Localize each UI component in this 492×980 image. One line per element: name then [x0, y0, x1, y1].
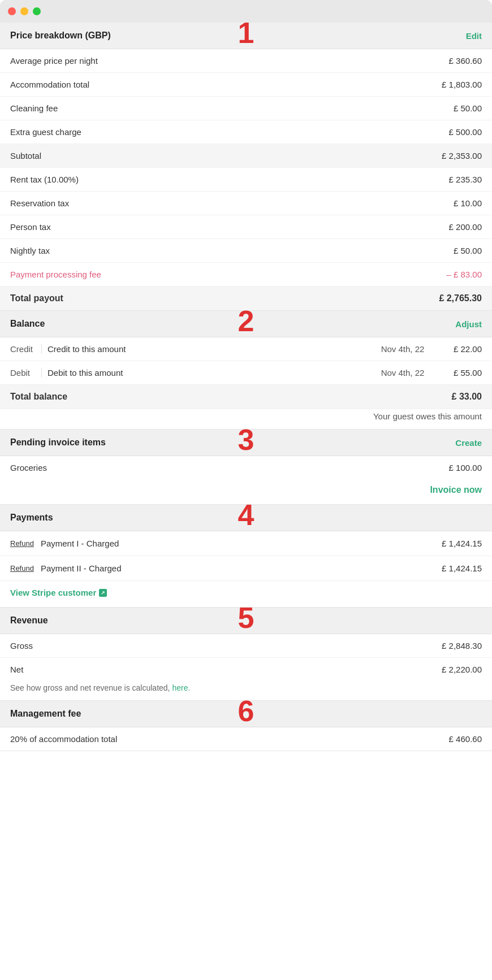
- balance-desc: Debit to this amount: [41, 368, 369, 378]
- invoice-now-row: Invoice now: [0, 479, 492, 504]
- price-breakdown-header: Price breakdown (GBP) 1 Edit: [0, 23, 492, 49]
- row-value: £ 50.00: [454, 103, 482, 113]
- revenue-row: Gross£ 2,848.30: [0, 634, 492, 658]
- payment-amount: £ 1,424.15: [442, 539, 482, 548]
- row-label: 20% of accommodation total: [10, 734, 117, 744]
- management-fee-title: Management fee: [10, 709, 81, 719]
- section-number-5: 5: [238, 603, 254, 632]
- balance-amount: £ 22.00: [437, 344, 482, 354]
- row-label: Reservation tax: [10, 198, 69, 208]
- balance-type: Debit: [10, 368, 41, 378]
- balance-amount: £ 55.00: [437, 368, 482, 378]
- row-label: Subtotal: [10, 151, 41, 161]
- row-label: Extra guest charge: [10, 127, 81, 137]
- stripe-link-row: View Stripe customer ↗: [0, 581, 492, 607]
- row-label: Gross: [10, 641, 33, 651]
- payment-row: RefundPayment I - Charged£ 1,424.15: [0, 531, 492, 556]
- payments-title: Payments: [10, 513, 53, 523]
- price-breakdown-row: Reservation tax£ 10.00: [0, 192, 492, 215]
- row-value: £ 2,353.00: [442, 151, 482, 161]
- titlebar: [0, 0, 492, 23]
- management-fee-section: Management fee 6 20% of accommodation to…: [0, 701, 492, 751]
- total-balance-row: Total balance £ 33.00: [0, 385, 492, 409]
- refund-button[interactable]: Refund: [10, 539, 34, 548]
- row-value: £ 2,220.00: [442, 665, 482, 674]
- pending-invoice-section: Pending invoice items 3 Create Groceries…: [0, 430, 492, 505]
- row-label: Nightly tax: [10, 246, 50, 255]
- price-breakdown-row: Average price per night£ 360.60: [0, 49, 492, 73]
- pending-invoice-rows: Groceries£ 100.00: [0, 456, 492, 479]
- guest-owes-text: Your guest owes this amount: [0, 409, 492, 429]
- create-button[interactable]: Create: [455, 438, 482, 448]
- revenue-note: See how gross and net revenue is calcula…: [0, 681, 492, 700]
- price-breakdown-row: Person tax£ 200.00: [0, 215, 492, 239]
- price-breakdown-title: Price breakdown (GBP): [10, 31, 111, 41]
- payments-section: Payments 4 RefundPayment I - Charged£ 1,…: [0, 505, 492, 608]
- balance-title: Balance: [10, 319, 45, 329]
- edit-button[interactable]: Edit: [466, 31, 482, 41]
- payments-header: Payments 4: [0, 505, 492, 531]
- row-value: £ 200.00: [449, 222, 482, 232]
- refund-button[interactable]: Refund: [10, 564, 34, 573]
- maximize-button[interactable]: [33, 7, 41, 15]
- row-value: – £ 83.00: [446, 270, 482, 279]
- payments-rows: RefundPayment I - Charged£ 1,424.15Refun…: [0, 531, 492, 581]
- balance-rows: CreditCredit to this amountNov 4th, 22£ …: [0, 337, 492, 385]
- minimize-button[interactable]: [20, 7, 28, 15]
- revenue-note-link[interactable]: here.: [172, 683, 190, 692]
- balance-date: Nov 4th, 22: [369, 344, 437, 354]
- price-breakdown-rows: Average price per night£ 360.60Accommoda…: [0, 49, 492, 310]
- stripe-link[interactable]: View Stripe customer ↗: [10, 588, 107, 597]
- adjust-button[interactable]: Adjust: [455, 319, 482, 329]
- revenue-title: Revenue: [10, 615, 48, 626]
- section-number-2: 2: [238, 306, 254, 336]
- invoice-now-link[interactable]: Invoice now: [430, 485, 482, 495]
- row-value: £ 100.00: [449, 463, 482, 472]
- revenue-header: Revenue 5: [0, 608, 492, 634]
- row-label: Total payout: [10, 293, 63, 303]
- balance-header: Balance 2 Adjust: [0, 311, 492, 337]
- payment-amount: £ 1,424.15: [442, 563, 482, 573]
- payment-desc: Payment II - Charged: [41, 563, 442, 573]
- row-label: Average price per night: [10, 56, 98, 66]
- revenue-section: Revenue 5 Gross£ 2,848.30Net£ 2,220.00 S…: [0, 608, 492, 701]
- price-breakdown-row: Nightly tax£ 50.00: [0, 239, 492, 263]
- section-number-1: 1: [238, 18, 254, 47]
- payment-desc: Payment I - Charged: [41, 539, 442, 548]
- row-value: £ 235.30: [449, 175, 482, 184]
- row-value: £ 2,765.30: [439, 293, 482, 303]
- stripe-link-label: View Stripe customer: [10, 588, 96, 597]
- balance-date: Nov 4th, 22: [369, 368, 437, 378]
- section-number-4: 4: [238, 500, 254, 530]
- row-label: Accommodation total: [10, 80, 89, 89]
- balance-row: CreditCredit to this amountNov 4th, 22£ …: [0, 337, 492, 361]
- management-fee-header: Management fee 6: [0, 701, 492, 727]
- row-value: £ 360.60: [449, 56, 482, 66]
- price-breakdown-row: Cleaning fee£ 50.00: [0, 97, 492, 120]
- row-value: £ 2,848.30: [442, 641, 482, 651]
- balance-row: DebitDebit to this amountNov 4th, 22£ 55…: [0, 361, 492, 385]
- section-number-3: 3: [238, 425, 254, 454]
- pending-invoice-header: Pending invoice items 3 Create: [0, 430, 492, 456]
- price-breakdown-row: Payment processing fee– £ 83.00: [0, 263, 492, 287]
- price-breakdown-row: Total payout£ 2,765.30: [0, 287, 492, 310]
- management-fee-rows: 20% of accommodation total£ 460.60: [0, 727, 492, 751]
- row-label: Rent tax (10.00%): [10, 175, 79, 184]
- row-value: £ 50.00: [454, 246, 482, 255]
- section-number-6: 6: [238, 696, 254, 726]
- row-value: £ 500.00: [449, 127, 482, 137]
- row-label: Groceries: [10, 463, 47, 472]
- revenue-row: Net£ 2,220.00: [0, 658, 492, 681]
- revenue-note-text: See how gross and net revenue is calcula…: [10, 683, 170, 692]
- revenue-rows: Gross£ 2,848.30Net£ 2,220.00: [0, 634, 492, 681]
- price-breakdown-row: Subtotal£ 2,353.00: [0, 144, 492, 168]
- external-link-icon: ↗: [99, 589, 107, 597]
- row-value: £ 1,803.00: [442, 80, 482, 89]
- row-label: Payment processing fee: [10, 270, 101, 279]
- total-balance-label: Total balance: [10, 392, 67, 402]
- pending-invoice-title: Pending invoice items: [10, 437, 106, 448]
- close-button[interactable]: [8, 7, 16, 15]
- pending-invoice-row: Groceries£ 100.00: [0, 456, 492, 479]
- price-breakdown-row: Accommodation total£ 1,803.00: [0, 73, 492, 97]
- balance-type: Credit: [10, 344, 41, 354]
